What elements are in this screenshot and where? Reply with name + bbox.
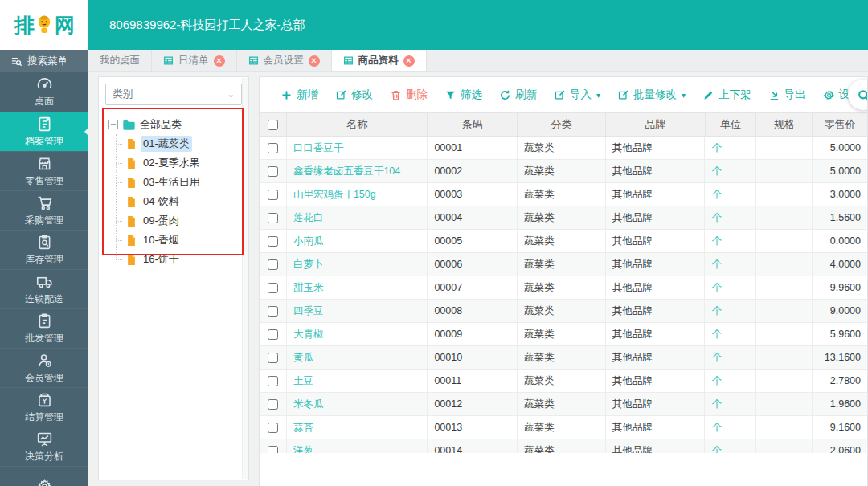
sidebar-item-决策分析[interactable]: 决策分析 [0,427,88,466]
search-menu-button[interactable]: 搜索菜单 [0,50,88,72]
tree-item-10-香烟[interactable]: 10-香烟 [121,231,248,250]
cell-name[interactable]: 四季豆 [287,300,428,322]
删除-button[interactable]: 删除 [390,88,428,102]
row-checkbox[interactable] [268,166,278,177]
table-row: 鑫香缘老卤五香豆干10400002蔬菜类其他品牌个5.0000 [260,160,867,183]
cell-unit: 个 [705,137,756,159]
row-checkbox[interactable] [268,306,278,317]
tree-item-16-饼干[interactable]: 16-饼干 [121,250,248,269]
close-icon[interactable]: ✕ [309,55,320,67]
sidebar-item-库存管理[interactable]: 库存管理 [0,230,88,269]
row-checkbox[interactable] [268,190,278,200]
cell-barcode: 00003 [428,183,518,206]
tree-root-label: 全部品类 [140,117,182,132]
sidebar-item-采购管理[interactable]: 采购管理 [0,190,88,230]
close-icon[interactable]: ✕ [214,55,225,67]
cell-price: 5.0000 [813,160,867,182]
修改-button[interactable]: 修改 [335,88,373,102]
sidebar-item-会员管理[interactable]: 会员管理 [0,348,88,387]
sidebar-item-零售管理[interactable]: 零售管理 [0,151,88,190]
筛选-button[interactable]: 筛选 [444,88,482,102]
gauge-icon [36,76,53,92]
table-row: 山里宏鸡蛋干150g00003蔬菜类其他品牌个3.0000 [260,183,867,206]
cell-name[interactable]: 小南瓜 [287,230,428,252]
批量修改-button[interactable]: 批量修改▾ [617,88,686,102]
tree-item-label: 04-饮料 [141,194,182,210]
导出-button[interactable]: 导出 [768,88,806,102]
select-all-checkbox[interactable] [268,120,278,130]
cell-brand: 其他品牌 [606,300,706,322]
cell-name[interactable]: 土豆 [287,370,428,392]
search-button[interactable] [848,80,868,110]
cell-name[interactable]: 洋葱 [287,439,428,453]
row-select-cell [260,370,287,392]
row-checkbox[interactable] [268,143,278,153]
edit-icon [554,89,566,101]
cell-name[interactable]: 甜玉米 [287,276,428,299]
caret-down-icon: ▾ [596,91,600,100]
trash-icon [390,89,402,101]
chevron-down-icon: ⌄ [227,89,235,100]
sidebar-item-连锁配送[interactable]: 连锁配送 [0,269,88,308]
cell-name[interactable]: 大青椒 [287,323,428,345]
row-checkbox[interactable] [268,353,278,363]
cell-unit: 个 [705,323,756,345]
cell-brand: 其他品牌 [606,253,706,276]
cell-price: 1.5600 [813,206,867,229]
上下架-button[interactable]: 上下架 [702,88,751,102]
cell-name[interactable]: 口口香豆干 [287,137,428,159]
导入-button[interactable]: 导入▾ [554,88,600,102]
plus-icon [280,89,293,101]
tree-scrollbar[interactable] [242,78,248,479]
row-checkbox[interactable] [268,283,278,293]
row-checkbox[interactable] [268,376,278,386]
新增-button[interactable]: 新增 [280,88,318,102]
cell-name[interactable]: 蒜苔 [287,416,428,439]
cell-unit: 个 [705,346,756,369]
sidebar-item-结算管理[interactable]: 结算管理 [0,387,88,427]
row-select-cell [260,160,287,182]
cell-name[interactable]: 白萝卜 [287,253,428,276]
tab-会员设置[interactable]: 会员设置✕ [237,50,332,71]
row-checkbox[interactable] [268,446,278,454]
tree-item-02-夏季水果[interactable]: 02-夏季水果 [121,153,248,173]
tree-root-node[interactable]: 全部品类 [108,115,248,134]
cell-name[interactable]: 米冬瓜 [287,393,428,415]
tree-item-03-生活日用[interactable]: 03-生活日用 [121,173,248,192]
cell-brand: 其他品牌 [606,276,706,299]
table-body: 口口香豆干00001蔬菜类其他品牌个5.0000鑫香缘老卤五香豆干1040000… [260,137,867,453]
tree-item-04-饮料[interactable]: 04-饮料 [121,192,248,211]
cell-name[interactable]: 黄瓜 [287,346,428,369]
cell-name[interactable]: 鑫香缘老卤五香豆干104 [287,160,428,182]
row-checkbox[interactable] [268,423,278,433]
sidebar-nav: 桌面档案管理零售管理采购管理库存管理连锁配送批发管理会员管理结算管理决策分析 [0,72,88,486]
row-checkbox[interactable] [268,329,278,340]
tree-item-label: 10-香烟 [141,232,182,248]
wallet-icon [36,391,53,408]
tree-item-label: 09-蛋肉 [141,213,182,229]
tree-item-01-蔬菜类[interactable]: 01-蔬菜类 [121,134,248,153]
row-checkbox[interactable] [268,259,278,270]
row-checkbox[interactable] [268,399,278,410]
sidebar-item-批发管理[interactable]: 批发管理 [0,308,88,348]
cell-name[interactable]: 山里宏鸡蛋干150g [287,183,428,206]
close-icon[interactable]: ✕ [403,55,415,67]
tab-商品资料[interactable]: 商品资料✕ [332,50,427,71]
cell-category: 蔬菜类 [518,323,606,345]
edit-icon [335,89,347,101]
tree-item-09-蛋肉[interactable]: 09-蛋肉 [121,211,248,231]
row-checkbox[interactable] [268,213,278,223]
tab-我的桌面[interactable]: 我的桌面 [88,50,152,71]
cell-name[interactable]: 莲花白 [287,206,428,229]
sidebar-item-桌面[interactable]: 桌面 [0,72,88,112]
tab-日清单[interactable]: 日清单✕ [152,50,237,71]
row-checkbox[interactable] [268,236,278,247]
sidebar-item-label: 结算管理 [25,410,63,424]
刷新-button[interactable]: 刷新 [499,88,537,102]
category-filter-select[interactable]: 类别 ⌄ [105,84,242,105]
sidebar-item-档案管理[interactable]: 档案管理 [0,112,88,151]
column-header-零售价: 零售价 [813,113,867,136]
sidebar-item-more[interactable] [0,466,88,486]
cell-unit: 个 [705,230,756,252]
cell-spec [756,183,813,206]
